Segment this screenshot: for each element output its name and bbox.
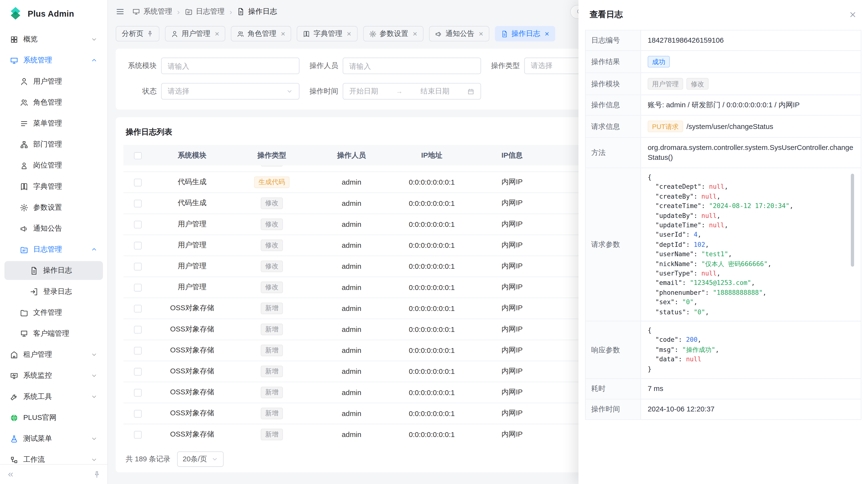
- row-checkbox[interactable]: [134, 242, 142, 249]
- row-checkbox[interactable]: [134, 410, 142, 417]
- post-icon: [20, 161, 28, 169]
- detail-label: 操作结果: [586, 51, 641, 72]
- sidebar-item-dict[interactable]: 字典管理: [4, 177, 103, 196]
- detail-row: 耗时7 ms: [586, 379, 861, 399]
- close-tab-icon[interactable]: ×: [545, 30, 549, 38]
- tab-analysis[interactable]: 分析页: [116, 26, 159, 41]
- system-icon: [132, 8, 140, 15]
- cell-ip-info: 内网IP: [472, 171, 552, 192]
- sidebar-item-system[interactable]: 系统管理: [4, 51, 103, 70]
- sidebar-item-label: 登录日志: [43, 287, 97, 296]
- sidebar-item-notice[interactable]: 通知公告: [4, 219, 103, 238]
- cell-ip: 0:0:0:0:0:0:0:1: [391, 234, 472, 256]
- sidebar-item-tools[interactable]: 系统工具: [4, 387, 103, 406]
- detail-row: 操作模块用户管理修改: [586, 73, 861, 95]
- row-checkbox[interactable]: [134, 431, 142, 439]
- sidebar-item-dept[interactable]: 部门管理: [4, 135, 103, 154]
- operation-type-tag: 修改: [261, 281, 283, 293]
- sidebar-item-menu[interactable]: 菜单管理: [4, 114, 103, 133]
- json-code-block[interactable]: { "code": 200, "msg": "操作成功", "data": nu…: [648, 326, 854, 374]
- cell-ip: 0:0:0:0:0:0:0:1: [391, 165, 472, 171]
- time-range-picker[interactable]: 开始日期 → 结束日期: [343, 83, 481, 100]
- doc-icon: [501, 30, 508, 37]
- cell-module: 代码生成: [152, 165, 232, 171]
- code-scrollbar[interactable]: [851, 174, 854, 267]
- menu-toggle-button[interactable]: [116, 7, 125, 16]
- sidebar-item-overview[interactable]: 概览: [4, 30, 103, 49]
- sidebar-item-test[interactable]: 测试菜单: [4, 429, 103, 448]
- close-tab-icon[interactable]: ×: [478, 30, 483, 38]
- sidebar-item-monitor[interactable]: 系统监控: [4, 366, 103, 385]
- tab-role[interactable]: 角色管理×: [231, 26, 291, 41]
- cell-ip: 0:0:0:0:0:0:0:1: [391, 403, 472, 424]
- close-tab-icon[interactable]: ×: [215, 30, 219, 38]
- breadcrumb-item[interactable]: 日志管理: [185, 7, 224, 17]
- row-checkbox[interactable]: [134, 221, 142, 228]
- page-size-select[interactable]: 20条/页: [177, 451, 224, 467]
- sidebar-item-label: 系统监控: [23, 371, 86, 381]
- sidebar-item-login-log[interactable]: 登录日志: [4, 282, 103, 301]
- sidebar-item-workflow[interactable]: 工作流: [4, 450, 103, 464]
- breadcrumb-item[interactable]: 操作日志: [237, 7, 277, 17]
- row-checkbox[interactable]: [134, 347, 142, 354]
- row-checkbox[interactable]: [134, 200, 142, 207]
- cell-ip: 0:0:0:0:0:0:0:1: [391, 256, 472, 277]
- chevron-up-icon: [91, 57, 98, 64]
- row-checkbox[interactable]: [134, 284, 142, 291]
- row-checkbox[interactable]: [134, 263, 142, 270]
- sidebar-item-client[interactable]: 客户端管理: [4, 324, 103, 343]
- breadcrumb-item[interactable]: 系统管理: [132, 7, 172, 17]
- cell-ip-info: 内网IP: [472, 165, 552, 171]
- detail-row: 响应参数{ "code": 200, "msg": "操作成功", "data"…: [586, 321, 861, 379]
- detail-row: 请求参数{ "createDept": null, "createBy": nu…: [586, 168, 861, 322]
- sidebar-item-post[interactable]: 岗位管理: [4, 156, 103, 175]
- status-filter-select[interactable]: 请选择: [161, 83, 300, 100]
- json-code-block[interactable]: { "createDept": null, "createBy": null, …: [648, 172, 854, 317]
- pin-icon[interactable]: [147, 30, 153, 37]
- tab-user[interactable]: 用户管理×: [165, 26, 225, 41]
- doc-icon: [30, 266, 38, 275]
- sidebar-item-tenant[interactable]: 租户管理: [4, 345, 103, 364]
- row-checkbox[interactable]: [134, 305, 142, 312]
- module-filter-input[interactable]: [161, 58, 300, 74]
- sidebar-item-op-log[interactable]: 操作日志: [4, 261, 103, 280]
- row-checkbox[interactable]: [134, 326, 142, 333]
- sidebar-item-plus-site[interactable]: PLUS官网: [4, 408, 103, 427]
- close-tab-icon[interactable]: ×: [413, 30, 417, 38]
- drawer-header: 查看日志: [579, 0, 868, 29]
- sidebar-item-log[interactable]: 日志管理: [4, 240, 103, 259]
- operator-filter-input[interactable]: [343, 58, 481, 74]
- row-checkbox[interactable]: [134, 179, 142, 186]
- close-tab-icon[interactable]: ×: [347, 30, 351, 38]
- app-title: Plus Admin: [28, 9, 74, 18]
- column-header: 操作人员: [312, 145, 392, 165]
- operation-type-tag: 修改: [261, 165, 283, 167]
- detail-label: 操作模块: [586, 73, 641, 95]
- sidebar-item-param[interactable]: 参数设置: [4, 198, 103, 217]
- app-logo[interactable]: Plus Admin: [0, 0, 107, 27]
- cell-module: 用户管理: [152, 256, 232, 277]
- collapse-sidebar-button[interactable]: [7, 471, 14, 478]
- tab-oplog[interactable]: 操作日志×: [495, 26, 555, 41]
- row-checkbox[interactable]: [134, 368, 142, 375]
- sidebar-item-label: 客户端管理: [33, 328, 97, 338]
- tenant-icon: [10, 351, 18, 359]
- sidebar-item-role[interactable]: 角色管理: [4, 93, 103, 112]
- chevron-down-icon: [286, 88, 293, 95]
- cell-ip-info: 内网IP: [472, 193, 552, 214]
- sidebar-item-user[interactable]: 用户管理: [4, 72, 103, 91]
- status-filter-label: 状态: [126, 86, 157, 96]
- sidebar-item-file[interactable]: 文件管理: [4, 303, 103, 322]
- pin-sidebar-button[interactable]: [93, 471, 101, 478]
- row-checkbox[interactable]: [134, 389, 142, 396]
- close-tab-icon[interactable]: ×: [281, 30, 285, 38]
- tab-notice[interactable]: 通知公告×: [429, 26, 490, 41]
- tab-param[interactable]: 参数设置×: [363, 26, 424, 41]
- close-drawer-button[interactable]: [849, 10, 857, 18]
- tab-dict[interactable]: 字典管理×: [297, 26, 357, 41]
- detail-label: 操作信息: [586, 95, 641, 115]
- select-all-checkbox[interactable]: [134, 152, 142, 159]
- cell-module: OSS对象存储: [152, 319, 232, 340]
- cell-ip-info: 内网IP: [472, 214, 552, 234]
- cell-operator: admin: [312, 361, 392, 382]
